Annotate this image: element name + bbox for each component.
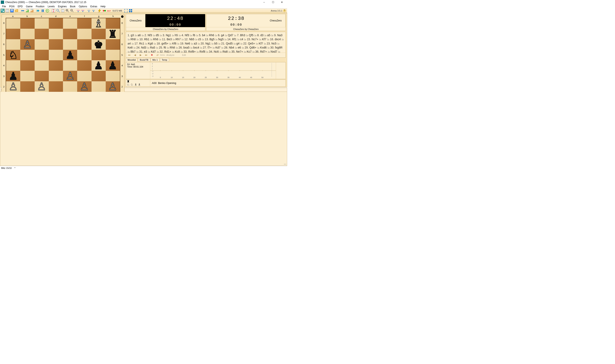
piece-g4[interactable]: ♟	[94, 60, 103, 71]
sq-h7[interactable]: ♜	[106, 29, 120, 39]
sq-c5[interactable]	[35, 50, 49, 60]
piece-e3[interactable]: ♙	[65, 71, 75, 81]
menu-engines[interactable]: Engines	[57, 5, 68, 8]
sq-d5[interactable]	[49, 50, 63, 60]
piece-a2[interactable]: ♙	[9, 81, 18, 92]
piece-h7[interactable]: ♜	[108, 29, 117, 39]
sq-c2[interactable]: ♙	[35, 81, 49, 92]
open-icon[interactable]	[14, 9, 19, 13]
sq-g2[interactable]	[92, 81, 106, 92]
sq-h6[interactable]	[106, 39, 120, 50]
sq-d7[interactable]	[49, 29, 63, 39]
sq-a5[interactable]: ♘	[6, 50, 20, 60]
sq-h4[interactable]: ♟	[106, 60, 120, 71]
tab-movelist[interactable]: Movelist	[126, 58, 138, 62]
piece-h4[interactable]: ♟	[108, 60, 117, 71]
tab-mix-1[interactable]: Mix 1	[151, 58, 160, 62]
sq-g7[interactable]	[92, 29, 106, 39]
grid-toggle-icon[interactable]	[128, 9, 133, 13]
epd-in-icon[interactable]: EPD	[87, 9, 91, 13]
rewind-icon[interactable]	[45, 9, 50, 13]
minimize-button[interactable]: –	[260, 0, 268, 4]
chess-board[interactable]: ♗♜♙♚♘♟♟♟♟♙♙♙♙♙♔♝♘	[6, 18, 120, 103]
sq-b8[interactable]	[20, 18, 34, 29]
board-setup-icon[interactable]	[0, 9, 5, 13]
menu-levels[interactable]: Levels	[46, 5, 56, 8]
sq-b6[interactable]: ♙	[20, 39, 34, 50]
nav-delete-icon[interactable]: ✖	[150, 53, 154, 57]
sq-c8[interactable]	[35, 18, 49, 29]
find-icon[interactable]	[56, 9, 60, 13]
pause-icon[interactable]	[41, 9, 45, 13]
sq-g6[interactable]: ♚	[92, 39, 106, 50]
flip-board-icon[interactable]	[51, 9, 56, 13]
book-icon[interactable]	[61, 9, 65, 13]
sq-d4[interactable]	[49, 60, 63, 71]
tab-book-tb[interactable]: Book/TB	[138, 58, 150, 62]
nav-demo-icon[interactable]: ⇄	[155, 53, 160, 57]
piece-e5[interactable]: ♟	[65, 50, 75, 60]
sq-c6[interactable]	[35, 39, 49, 50]
sq-a6[interactable]	[6, 39, 20, 50]
nav-next-icon[interactable]: ▶	[139, 53, 142, 57]
nav-edit-label[interactable]: Edit	[182, 54, 186, 56]
sq-d6[interactable]	[49, 39, 63, 50]
sq-a8[interactable]	[6, 18, 20, 29]
menu-extras[interactable]: Extras	[89, 5, 98, 8]
swap-colors-icon[interactable]	[102, 9, 107, 13]
sq-a7[interactable]	[6, 29, 20, 39]
sq-b3[interactable]	[20, 71, 34, 81]
save-icon[interactable]	[10, 9, 14, 13]
piece-a5[interactable]: ♘	[9, 50, 18, 60]
sq-f7[interactable]	[77, 29, 91, 39]
tab-temp[interactable]: Temp	[160, 58, 169, 62]
sq-e7[interactable]	[63, 29, 77, 39]
new-game-icon[interactable]	[5, 9, 10, 13]
dgt-icon[interactable]: DGT	[107, 9, 111, 13]
engine-output[interactable]: ‹ ›	[0, 92, 287, 166]
piece-b6[interactable]: ♙	[23, 39, 32, 50]
menu-book[interactable]: Book	[69, 5, 77, 8]
epd-out-icon[interactable]: EPD	[91, 9, 96, 13]
sq-c7[interactable]	[35, 29, 49, 39]
piece-h2[interactable]: ♙	[108, 81, 117, 92]
sq-e4[interactable]	[63, 60, 77, 71]
close-button[interactable]: ✕	[278, 0, 286, 4]
sq-f2[interactable]: ♙	[77, 81, 91, 92]
sq-e3[interactable]: ♙	[63, 71, 77, 81]
sq-e2[interactable]	[63, 81, 77, 92]
menu-epd[interactable]: EPD	[16, 5, 24, 8]
sq-f3[interactable]	[77, 71, 91, 81]
sq-b7[interactable]	[20, 29, 34, 39]
sq-h3[interactable]	[106, 71, 120, 81]
sq-h2[interactable]: ♙	[106, 81, 120, 92]
engine-output-nav[interactable]: ‹ ›	[284, 163, 286, 165]
sq-b4[interactable]	[20, 60, 34, 71]
pgn-out-icon[interactable]: PGN	[81, 9, 85, 13]
play-forward-icon[interactable]	[36, 9, 40, 13]
sq-c3[interactable]	[35, 71, 49, 81]
menu-position[interactable]: Position	[35, 5, 46, 8]
sq-g3[interactable]	[92, 71, 106, 81]
sq-b5[interactable]	[20, 50, 34, 60]
menu-help[interactable]: Help	[99, 5, 107, 8]
nav-last-icon[interactable]: ⏭	[144, 53, 148, 57]
menu-game[interactable]: Game	[25, 5, 34, 8]
zoom-out-icon[interactable]	[70, 9, 74, 13]
sq-f4[interactable]	[77, 60, 91, 71]
movelist[interactable]: 1. g3 2s a6 1s 2. Nf3 1s d5 1s 3. Ng1 1s…	[126, 32, 286, 52]
sq-b2[interactable]	[20, 81, 34, 92]
pgn-in-icon[interactable]: PGN	[76, 9, 80, 13]
sq-e5[interactable]: ♟	[63, 50, 77, 60]
sq-d2[interactable]	[49, 81, 63, 92]
sq-f6[interactable]	[77, 39, 91, 50]
nav-first-icon[interactable]: ⏮	[127, 53, 131, 57]
sq-f8[interactable]	[77, 18, 91, 29]
sq-a2[interactable]: ♙	[6, 81, 20, 92]
level-1-icon[interactable]: LEV	[25, 9, 29, 13]
menu-file[interactable]: File	[1, 5, 7, 8]
sq-h8[interactable]	[106, 18, 120, 29]
piece-g6[interactable]: ♚	[94, 39, 103, 50]
sq-e6[interactable]	[63, 39, 77, 50]
piece-a3[interactable]: ♟	[9, 71, 18, 81]
